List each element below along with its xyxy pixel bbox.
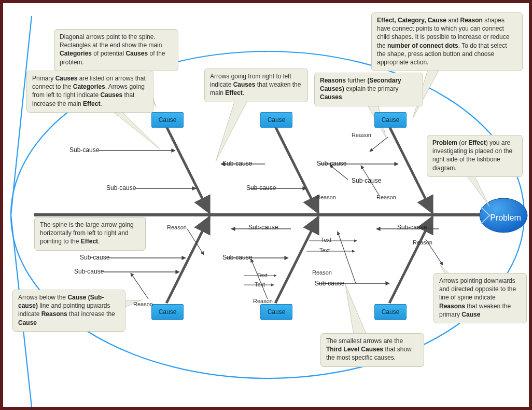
callout-connect: Effect, Category, Cause and Reason shape…: [371, 12, 523, 71]
lbl-subcause: Sub-cause: [80, 254, 109, 261]
cause-bot-1: Cause: [151, 304, 184, 320]
svg-marker-37: [216, 94, 251, 161]
callout-reasons-down: Arrows pointing downwards and directed o…: [433, 273, 527, 323]
callout-weaken: Arrows going from right to left indicate…: [204, 69, 308, 102]
svg-line-26: [251, 259, 268, 299]
svg-line-1: [11, 16, 32, 215]
lbl-text: Text: [321, 237, 331, 243]
callout-spine: The spine is the large arrow going horiz…: [34, 217, 146, 251]
callout-third: The smallest arrows are the Third Level …: [320, 333, 424, 367]
lbl-subcause: Sub-cause: [248, 224, 278, 231]
callout-diagonal: Diagonal arrows point to the spine. Rect…: [54, 29, 178, 71]
svg-line-6: [166, 127, 209, 213]
cause-top-1: Cause: [151, 112, 184, 128]
callout-primary: Primary Causes are listed on arrows that…: [26, 71, 153, 113]
lbl-reason: Reason: [167, 224, 187, 230]
callout-secondary: Reasons further (Secondary Causes) expla…: [314, 73, 423, 106]
lbl-text: Text: [319, 247, 330, 253]
svg-line-33: [338, 231, 356, 283]
lbl-reason: Reason: [133, 301, 153, 307]
lbl-subcause: Sub-cause: [397, 224, 427, 231]
lbl-reason: Reason: [316, 194, 336, 200]
svg-line-22: [131, 273, 148, 299]
lbl-reason: Reason: [352, 132, 371, 138]
lbl-subcause: Sub-cause: [352, 177, 381, 184]
lbl-subcause: Sub-cause: [317, 160, 346, 167]
svg-line-19: [370, 137, 388, 152]
problem-node: Problem: [485, 202, 526, 234]
svg-line-17: [330, 165, 348, 180]
lbl-subcause: Sub-cause: [222, 160, 252, 167]
lbl-subcause: Sub-cause: [246, 184, 276, 192]
lbl-subcause: Sub-cause: [315, 280, 344, 287]
lbl-text: Text: [255, 281, 265, 288]
lbl-reason: Reason: [413, 239, 432, 245]
lbl-subcause: Sub-cause: [69, 146, 99, 154]
callout-problem-side: Problem (or Effect) you are investigatin…: [427, 135, 523, 177]
lbl-subcause: Sub-cause: [74, 268, 104, 275]
cause-top-2: Cause: [260, 112, 292, 128]
svg-line-7: [275, 127, 318, 213]
lbl-subcause: Sub-cause: [222, 254, 252, 261]
lbl-reason: Reason: [312, 269, 332, 276]
callout-reasons-up: Arrows below the Cause (Sub-cause) line …: [12, 290, 125, 332]
cause-bot-2: Cause: [260, 304, 292, 320]
diagram-frame: { "problem": { "label": "Problem" }, "ca…: [0, 0, 532, 410]
lbl-subcause: Sub-cause: [106, 184, 136, 192]
cause-bot-3: Cause: [374, 304, 407, 320]
svg-marker-43: [345, 284, 366, 334]
svg-line-10: [275, 217, 318, 303]
lbl-reason: Reason: [376, 194, 396, 200]
cause-top-3: Cause: [374, 112, 407, 128]
lbl-text: Text: [257, 272, 268, 278]
lbl-reason: Reason: [253, 298, 273, 304]
